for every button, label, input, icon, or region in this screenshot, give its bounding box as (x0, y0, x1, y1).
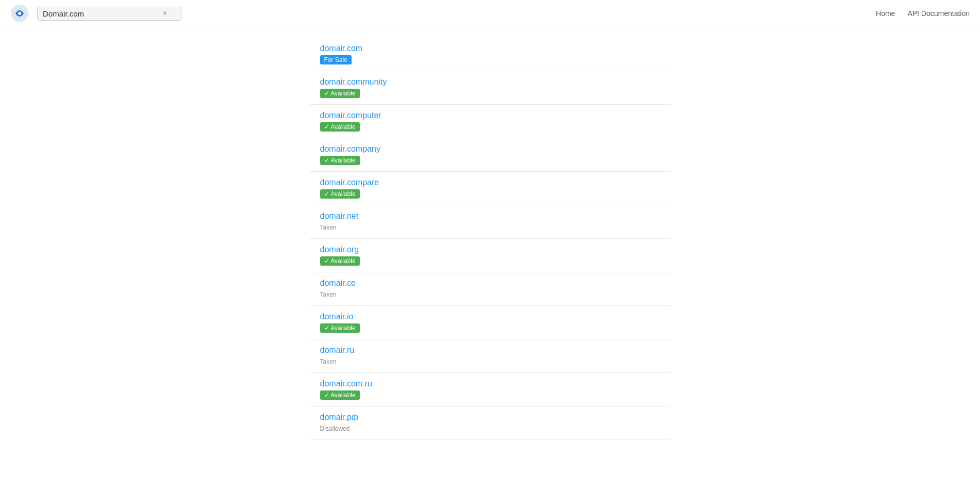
logo-icon (10, 4, 29, 23)
list-item: domair.community✓ Available (310, 71, 671, 105)
status-badge: Taken (320, 357, 341, 366)
results-container: domair.comFor Saledomair.community✓ Avai… (310, 27, 671, 461)
status-badge: Taken (320, 290, 341, 299)
list-item: domair.io✓ Available (310, 306, 671, 339)
svg-point-1 (18, 12, 21, 15)
logo-area (10, 4, 29, 23)
status-badge: Taken (320, 223, 341, 232)
list-item: domair.рфDisallowed (310, 406, 671, 440)
domain-name[interactable]: domair.com.ru (320, 379, 660, 388)
list-item: domair.computer✓ Available (310, 105, 671, 138)
search-bar[interactable]: × (37, 7, 181, 21)
domain-name[interactable]: domair.org (320, 245, 660, 254)
status-badge: ✓ Available (320, 256, 360, 266)
nav: Home API Documentation (876, 9, 970, 18)
list-item: domair.compare✓ Available (310, 172, 671, 205)
status-badge: ✓ Available (320, 122, 360, 132)
status-badge: ✓ Available (320, 189, 360, 199)
list-item: domair.org✓ Available (310, 239, 671, 272)
status-badge: ✓ Available (320, 89, 360, 98)
list-item: domair.com.ru✓ Available (310, 373, 671, 406)
status-badge: ✓ Available (320, 323, 360, 333)
list-item: domair.netTaken (310, 205, 671, 239)
domain-name[interactable]: domair.рф (320, 413, 660, 422)
list-item: domair.company✓ Available (310, 138, 671, 172)
domain-name[interactable]: domair.company (320, 144, 660, 154)
clear-button[interactable]: × (161, 9, 168, 18)
nav-home-link[interactable]: Home (876, 9, 895, 18)
list-item: domair.ruTaken (310, 339, 671, 373)
domain-name[interactable]: domair.com (320, 44, 660, 53)
list-item: domair.comFor Sale (310, 38, 671, 71)
status-badge: ✓ Available (320, 156, 360, 165)
header: × Home API Documentation (0, 0, 980, 27)
domain-name[interactable]: domair.compare (320, 178, 660, 187)
status-badge: ✓ Available (320, 391, 360, 400)
list-item: domair.coTaken (310, 272, 671, 306)
domain-name[interactable]: domair.community (320, 77, 660, 87)
domain-name[interactable]: domair.ru (320, 346, 660, 355)
status-badge: Disallowed (320, 424, 354, 433)
search-input[interactable] (43, 9, 161, 18)
domain-name[interactable]: domair.net (320, 212, 660, 221)
domain-name[interactable]: domair.co (320, 279, 660, 288)
nav-api-docs-link[interactable]: API Documentation (907, 9, 970, 18)
domain-name[interactable]: domair.computer (320, 111, 660, 120)
status-badge: For Sale (320, 55, 352, 64)
domain-name[interactable]: domair.io (320, 312, 660, 321)
